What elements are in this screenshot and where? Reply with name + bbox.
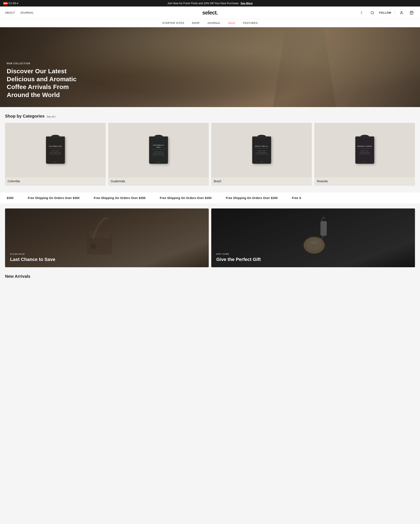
- svg-point-2: [401, 11, 402, 13]
- bag-line-2: [152, 149, 165, 149]
- header-left-nav: ABOUT JOURNAL: [5, 11, 34, 14]
- brazil-bag-weight: 250g: [260, 161, 263, 163]
- shipping-banner: $350 Free Shipping On Orders Over $350 F…: [0, 192, 420, 203]
- language-text: EN: [13, 2, 16, 5]
- account-button[interactable]: [398, 9, 405, 16]
- bag-line-4: [359, 148, 371, 148]
- dark-mode-toggle[interactable]: ☾: [359, 9, 366, 16]
- shipping-text-4: Free Shipping On Orders Over $350: [153, 196, 219, 200]
- categories-section-header: Shop by Categories See All: [5, 114, 415, 119]
- about-link[interactable]: ABOUT: [5, 11, 15, 14]
- gift-card-badge: GIFT CARD: [216, 253, 261, 255]
- locale-text: CA: [9, 2, 12, 5]
- shipping-text-6: Free S: [285, 196, 308, 200]
- announcement-bar: CA EN ▾ Join Now for Fresh Finds and 10%…: [0, 0, 420, 7]
- svg-line-1: [373, 13, 374, 14]
- categories-grid: COLOMBIA DIN Single OriginRich smooth no…: [5, 123, 415, 186]
- hero-content: NEW COLLECTION Discover Our Latest Delic…: [0, 62, 85, 107]
- shipping-ticker: $350 Free Shipping On Orders Over $350 F…: [0, 196, 308, 200]
- guatemala-card-image: GUATEMALA OWO Single OriginBright acidit…: [108, 123, 209, 177]
- colombia-bag-weight: 250g: [54, 161, 57, 163]
- guatemala-bag-name: GUATEMALA OWO: [149, 144, 168, 148]
- shipping-text-2: Free Shipping On Orders Over $350: [21, 196, 86, 200]
- journal-link[interactable]: JOURNAL: [20, 11, 34, 14]
- brazil-coffee-bag: BRAZIL BELLA Single OriginFull bodied wi…: [252, 136, 271, 164]
- flash-sale-badge: FLASH SALE: [10, 253, 55, 255]
- category-card-guatemala[interactable]: GUATEMALA OWO Single OriginBright acidit…: [108, 123, 209, 186]
- nav-journal[interactable]: JOURNAL: [208, 22, 221, 25]
- hero-badge: NEW COLLECTION: [7, 62, 78, 65]
- brazil-label: Brazil: [211, 177, 312, 186]
- hero-title: Discover Our Latest Delicious and Aromat…: [7, 67, 78, 99]
- gift-card-content: GIFT CARD Give the Perfect Gift: [216, 253, 261, 262]
- cart-button[interactable]: [408, 9, 415, 16]
- canada-flag-icon: [3, 2, 8, 5]
- rwanda-bag-name: RWANDA LUMINA: [356, 145, 374, 147]
- flash-sale-content: FLASH SALE Last Chance to Save: [10, 253, 55, 262]
- guatemala-bag-desc: Single OriginBright acidity withchocolat…: [151, 151, 166, 156]
- rwanda-card-image: RWANDA LUMINA Single OriginFloral and fr…: [314, 123, 415, 177]
- nav-shop[interactable]: SHOP: [192, 22, 200, 25]
- colombia-coffee-bag: COLOMBIA DIN Single OriginRich smooth no…: [46, 136, 65, 164]
- bag-line: [49, 148, 62, 148]
- new-arrivals-section: New Arrivals: [5, 274, 415, 279]
- rwanda-bag-desc: Single OriginFloral and fruitywith a cle…: [358, 150, 371, 155]
- header-divider: [394, 11, 395, 15]
- bag-line-3: [255, 148, 268, 148]
- brazil-bag-desc: Single OriginFull bodied withnutty and s…: [254, 150, 270, 155]
- brazil-bag-name: BRAZIL BELLA: [254, 145, 270, 147]
- see-all-categories-link[interactable]: See All: [47, 115, 56, 119]
- site-logo[interactable]: select.: [202, 9, 218, 16]
- flash-sale-card[interactable]: FLASH SALE Last Chance to Save: [5, 209, 209, 267]
- guatemala-label: Guatemala: [108, 177, 209, 186]
- announcement-text: Join Now for Fresh Finds and 10% Off You…: [167, 2, 239, 5]
- category-card-brazil[interactable]: BRAZIL BELLA Single OriginFull bodied wi…: [211, 123, 312, 186]
- svg-point-0: [371, 11, 374, 14]
- category-card-rwanda[interactable]: RWANDA LUMINA Single OriginFloral and fr…: [314, 123, 415, 186]
- rwanda-label: Rwanda: [314, 177, 415, 186]
- see-more-link[interactable]: See More: [240, 2, 253, 5]
- brazil-card-image: BRAZIL BELLA Single OriginFull bodied wi…: [211, 123, 312, 177]
- promo-grid: FLASH SALE Last Chance to Save: [5, 209, 415, 267]
- colombia-label: Colombia: [5, 177, 106, 186]
- nav-features[interactable]: FEATURES: [243, 22, 258, 25]
- guatemala-bag-weight: 250g: [157, 161, 160, 163]
- locale-flag[interactable]: CA EN ▾: [3, 2, 18, 5]
- chevron-down-icon: ▾: [17, 2, 18, 5]
- nav-starter-sites[interactable]: STARTER SITES: [162, 22, 184, 25]
- search-button[interactable]: [369, 9, 376, 16]
- gift-card-card[interactable]: GIFT CARD Give the Perfect Gift: [211, 209, 415, 267]
- rwanda-coffee-bag: RWANDA LUMINA Single OriginFloral and fr…: [355, 136, 374, 164]
- category-card-colombia[interactable]: COLOMBIA DIN Single OriginRich smooth no…: [5, 123, 106, 186]
- secondary-nav: STARTER SITES SHOP JOURNAL SALE FEATURES: [0, 19, 420, 27]
- categories-title: Shop by Categories: [5, 114, 44, 119]
- main-content: Shop by Categories See All COLOMBIA DIN …: [0, 107, 420, 286]
- new-arrivals-title: New Arrivals: [5, 274, 415, 279]
- shipping-text-1: $350: [0, 196, 20, 200]
- header-right-actions: ☾ FOLLOW: [359, 9, 415, 16]
- hero-section: NEW COLLECTION Discover Our Latest Delic…: [0, 27, 420, 107]
- main-header: ABOUT JOURNAL select. ☾ FOLLOW: [0, 7, 420, 19]
- flash-sale-title: Last Chance to Save: [10, 257, 55, 262]
- colombia-bag-desc: Single OriginRich smooth notesof caramel…: [48, 150, 62, 155]
- shipping-text-5: Free Shipping On Orders Over $350: [219, 196, 284, 200]
- colombia-bag-name: COLOMBIA DIN: [47, 145, 64, 147]
- rwanda-bag-weight: 250g: [363, 161, 366, 163]
- shipping-text-3: Free Shipping On Orders Over $350: [87, 196, 152, 200]
- gift-card-title: Give the Perfect Gift: [216, 257, 261, 262]
- guatemala-coffee-bag: GUATEMALA OWO Single OriginBright acidit…: [149, 136, 168, 164]
- nav-sale[interactable]: SALE: [228, 22, 236, 25]
- colombia-card-image: COLOMBIA DIN Single OriginRich smooth no…: [5, 123, 106, 177]
- follow-button[interactable]: FOLLOW: [379, 11, 391, 14]
